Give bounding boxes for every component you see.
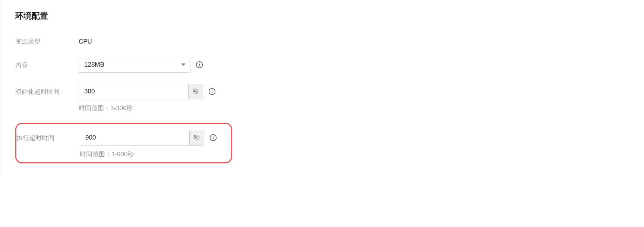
init-timeout-input[interactable] <box>79 84 188 99</box>
chevron-down-icon <box>181 64 186 66</box>
exec-timeout-input-group: 秒 <box>80 130 204 146</box>
svg-point-8 <box>213 136 214 137</box>
memory-label: 内存 <box>15 61 79 69</box>
init-timeout-input-group: 秒 <box>79 84 203 99</box>
exec-timeout-unit: 秒 <box>189 130 204 146</box>
exec-timeout-label: 执行超时时间 <box>16 134 80 142</box>
info-icon[interactable] <box>209 134 217 141</box>
row-exec-timeout: 执行超时时间 秒 <box>16 130 231 146</box>
init-timeout-label: 初始化超时时间 <box>15 87 79 96</box>
svg-point-2 <box>199 63 200 64</box>
row-init-timeout: 初始化超时时间 秒 <box>15 84 644 99</box>
init-timeout-hint-row: 时间范围：3-300秒 <box>15 104 644 112</box>
row-memory: 内存 128MB <box>15 57 644 73</box>
init-timeout-unit: 秒 <box>188 84 203 99</box>
svg-point-5 <box>212 90 212 90</box>
exec-timeout-input[interactable] <box>80 130 189 146</box>
row-resource-type: 资源类型 CPU <box>15 37 644 46</box>
info-icon[interactable] <box>208 88 216 95</box>
init-timeout-hint: 时间范围：3-300秒 <box>79 104 133 112</box>
resource-type-label: 资源类型 <box>15 37 79 46</box>
info-icon[interactable] <box>196 61 203 68</box>
memory-select[interactable]: 128MB <box>79 57 190 73</box>
exec-timeout-hint-row: 时间范围：1-900秒 <box>16 150 231 159</box>
resource-type-value: CPU <box>79 38 92 45</box>
exec-timeout-highlight: 执行超时时间 秒 时间范围：1-900秒 <box>15 123 232 163</box>
section-title: 环境配置 <box>15 10 644 22</box>
exec-timeout-hint: 时间范围：1-900秒 <box>80 150 134 159</box>
memory-select-value: 128MB <box>84 61 104 68</box>
